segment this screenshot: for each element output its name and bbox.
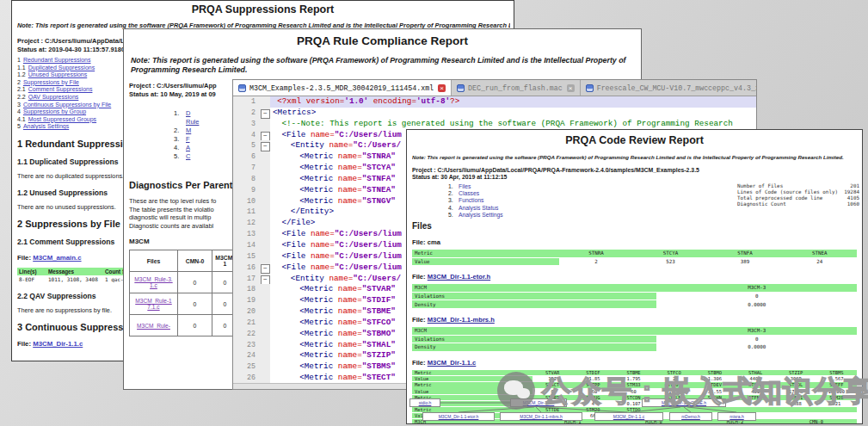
file-link[interactable]: M3CM_Rule-3.1.c [134,276,174,288]
metric-name: STVOL [776,382,816,387]
toc-link[interactable]: Suppressions by Group [23,108,86,114]
metric-name: STFCO [654,370,694,375]
toc-link[interactable]: QAV Suppressions [28,94,79,100]
toc-link[interactable]: C [186,152,190,160]
metric-value: 24 [782,259,857,264]
fold-gutter [259,218,270,229]
close-tab-icon[interactable]: × [567,84,575,92]
line-number: 7 [233,163,259,174]
syntax-token: name= [338,340,362,349]
density-row: Density0.0000 [412,300,857,308]
syntax-token: "STECT" [362,373,396,382]
toc-link[interactable]: Comment Suppressions [28,86,93,92]
toc-number: 1. [174,109,186,118]
file-name: cma [428,238,440,246]
metric-name: STCYA [633,250,708,256]
group-row: M3CMM3CM-3 [412,327,857,335]
fold-gutter [259,163,270,174]
fold-marker-icon[interactable] [259,130,270,141]
toc-number: 5. [448,212,459,219]
syntax-token: <Metric [299,350,338,360]
toc-link[interactable]: Analysis Settings [23,123,69,129]
syntax-token: "C:/Users/lium [335,240,402,250]
line-number: 8 [233,174,259,185]
file-link[interactable]: M3CM_amain.c [33,254,81,262]
toc-link[interactable]: Most Suppressed Groups [28,116,96,122]
file-link[interactable]: stdio.h [419,400,432,405]
suppressions-toc: 1Redundant Suppressions1.1Duplicated Sup… [17,57,127,131]
syntax-token: name= [311,262,335,272]
file-link[interactable]: misra.h [729,414,743,419]
toc-number: 3 [17,102,21,108]
file-link[interactable]: M3CM_Dir-1.1-etor.h [439,414,479,419]
stat-row: Number of Files201 [737,183,859,189]
toc-link[interactable]: Duplicated Suppressions [28,65,95,71]
editor-tab[interactable]: DEC_run_from_flash.mac× [452,80,581,96]
editor-tab[interactable]: Freescale_CW_MCU-V10.7_mwcceppc_v4.3_x64… [581,80,756,96]
syntax-token: <File [281,251,310,261]
file-link[interactable]: M3CM_Dir-1.1.c [33,340,83,348]
section-heading: 3 Continuous Suppressions [17,322,127,332]
fold-marker-icon[interactable] [259,274,270,285]
line-number: 15 [233,251,259,262]
file-link[interactable]: M3CM_Rule-17.1.c [134,298,174,310]
report-summary: 1.Files2.Classes3.Functions4.Analysis St… [412,180,857,219]
toc-link[interactable]: A [186,144,190,151]
file-link[interactable]: M3CM_Dir-1.1.h [523,400,555,405]
file-link[interactable]: M3CM_Rule- [134,323,174,329]
row-label: Metric [412,382,532,387]
metric-value: 1.306 [694,376,735,381]
file-link[interactable]: M3CM_Dir-1.1-etor.h [428,273,490,281]
syntax-token: "STCYA" [362,163,396,172]
toc-link[interactable]: Files [459,183,471,189]
file-link[interactable]: M3CM_Dir-1.1-CBNE.h [662,400,706,405]
editor-tab[interactable]: M3CM_Examples-2.3.5_MDR_30042019_111454.… [233,80,452,96]
table-row: M3CM_Rule-3.1.c00 [130,272,238,293]
syntax-token: "C:/Users/lium [335,229,402,238]
toc-link[interactable]: Analysis Status [459,205,498,211]
toc-link[interactable]: F [186,135,190,143]
syntax-token: <Metrics> [273,108,316,117]
fold-marker-icon[interactable] [259,262,270,274]
toc-link[interactable]: D [186,109,190,117]
toc-link[interactable]: Analysis Settings [459,212,503,218]
toc-number: 4. [448,205,459,212]
syntax-token: <Metric [299,185,338,194]
toc-item: 1.1Duplicated Suppressions [17,65,127,72]
subsection-heading: 2.2 QAV Suppressions [17,292,127,300]
toc-link[interactable]: Unused Suppressions [28,71,88,77]
file-link[interactable]: M3CM_Dir-1.1.c [428,359,477,367]
body-text: There are no duplicated suppressions. [17,172,127,180]
toc-link[interactable]: Suppressions by File [23,79,79,85]
syntax-token: <Entity [291,274,329,283]
file-link[interactable]: M3CM_Dir-1.1-mbrs.h [520,414,562,419]
toc-link[interactable]: Continuous Suppressions by File [23,102,111,108]
toc-number: 2. [174,127,186,135]
toc-number: 3. [448,197,459,204]
file-link[interactable]: mDemo.h [681,414,700,419]
fold-gutter [259,318,270,329]
row-label: M3CM [412,327,656,335]
fold-marker-icon[interactable] [259,108,270,119]
toc-number: 1.2 [17,71,26,77]
toc-link[interactable]: Rule [186,118,199,126]
close-tab-icon[interactable]: × [438,84,446,92]
fold-gutter [259,361,270,373]
toc-link[interactable]: Redundant Suppressions [23,57,91,63]
report-note: Note: This report is generated using the… [412,154,857,160]
fold-marker-icon[interactable] [259,140,270,151]
syntax-token: <File [281,130,310,139]
metric-value: 3069 [776,376,816,381]
toc-number: 1 [17,57,21,63]
toc-number: 1.1 [17,65,26,71]
row-label: Metric [412,370,532,375]
file-link[interactable]: M3CM_Dir-1.1.c [613,414,644,419]
toc-link[interactable]: M [186,127,191,134]
metric-name: STDEV [694,382,735,387]
toc-link[interactable]: Functions [459,197,483,203]
file-link[interactable]: M3CM_Dir-1.1-mbrs.h [428,316,495,324]
line-number: 5 [233,140,259,151]
syntax-token: "STDIF" [362,295,396,305]
syntax-token: </Entity> [291,207,334,216]
toc-link[interactable]: Classes [459,190,479,196]
